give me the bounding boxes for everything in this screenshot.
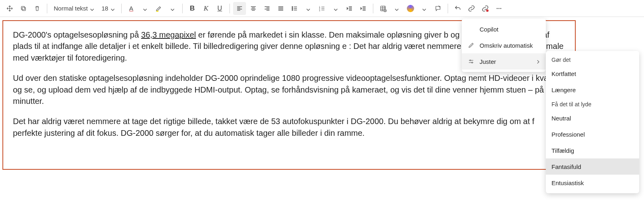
menu-label: Længere <box>551 87 576 93</box>
font-color-button[interactable]: A <box>125 2 138 15</box>
svg-point-13 <box>500 8 501 9</box>
chevron-down-icon <box>111 6 115 11</box>
copilot-menu-title[interactable]: Copilot <box>462 21 546 37</box>
unlink-button[interactable] <box>479 2 492 15</box>
adjust-item-entusiastisk[interactable]: Entusiastisk <box>546 175 639 191</box>
align-left-button[interactable] <box>233 2 246 15</box>
move-icon[interactable] <box>3 2 16 15</box>
adjust-item-fantasifuld[interactable]: Fantasifuld <box>546 158 639 175</box>
paragraph-2: Ud over den statiske optagelsesopløsning… <box>13 72 565 107</box>
menu-label: Professionel <box>551 131 585 138</box>
svg-point-15 <box>471 62 473 63</box>
menu-label: Tilfældig <box>551 147 574 154</box>
copilot-icon <box>407 5 414 12</box>
bold-button[interactable]: B <box>186 2 199 15</box>
svg-point-10 <box>486 9 488 12</box>
comment-button[interactable] <box>431 2 444 15</box>
text-run: DG-2000's optagelsesopløsning på <box>13 30 141 39</box>
more-button[interactable] <box>492 2 505 15</box>
svg-text:3: 3 <box>319 9 320 11</box>
bullet-list-dropdown[interactable] <box>302 2 315 15</box>
menu-label: Juster <box>480 58 531 65</box>
svg-point-2 <box>292 6 293 7</box>
svg-point-11 <box>497 8 498 9</box>
separator <box>448 4 448 13</box>
font-size-combo[interactable]: 18 <box>98 2 118 15</box>
svg-rect-0 <box>22 7 25 11</box>
menu-label: Kortfattet <box>551 70 576 77</box>
copy-icon[interactable] <box>17 2 30 15</box>
table-button[interactable] <box>377 2 389 15</box>
italic-button[interactable]: K <box>200 2 213 15</box>
separator <box>373 4 373 13</box>
bullet-list-button[interactable] <box>288 2 301 15</box>
numbered-list-button[interactable]: 123 <box>316 2 328 15</box>
menu-label: Entusiastisk <box>551 179 584 186</box>
adjust-item-laengere[interactable]: Længere <box>546 82 639 98</box>
paragraph-3: Det har aldrig været nemmere at tage det… <box>13 116 565 139</box>
submenu-section-label: Få det til at lyde <box>546 98 639 110</box>
separator <box>229 4 230 13</box>
copilot-menu: Copilot Omskriv automatisk Juster <box>462 19 546 72</box>
copilot-dropdown[interactable] <box>418 2 431 15</box>
pen-icon <box>467 42 475 49</box>
numbered-list-dropdown[interactable] <box>329 2 342 15</box>
separator <box>121 4 122 13</box>
link-button[interactable] <box>465 2 478 15</box>
undo-button[interactable] <box>451 2 464 15</box>
menu-label: Copilot <box>480 26 540 33</box>
highlight-dropdown[interactable] <box>166 2 179 15</box>
copilot-button[interactable] <box>404 2 417 15</box>
chevron-down-icon <box>90 6 94 11</box>
toolbar: Normal tekst 18 A B K U 123 <box>0 0 644 17</box>
delete-icon[interactable] <box>31 2 44 15</box>
adjust-item-neutral[interactable]: Neutral <box>546 110 639 126</box>
svg-rect-1 <box>21 6 25 9</box>
increase-indent-button[interactable] <box>357 2 370 15</box>
adjust-item-tilfaeldig[interactable]: Tilfældig <box>546 142 639 158</box>
svg-point-3 <box>292 8 293 8</box>
align-center-button[interactable] <box>247 2 260 15</box>
style-combo[interactable]: Normal tekst <box>51 2 97 15</box>
menu-label: Omskriv automatisk <box>480 42 540 49</box>
highlight-button[interactable] <box>152 2 165 15</box>
chevron-right-icon <box>536 58 540 65</box>
sliders-icon <box>467 58 475 65</box>
font-color-dropdown[interactable] <box>139 2 152 15</box>
decrease-indent-button[interactable] <box>343 2 356 15</box>
font-size: 18 <box>101 5 108 12</box>
submenu-section-label: Gør det <box>546 53 639 65</box>
style-name: Normal tekst <box>54 5 88 12</box>
separator <box>47 4 47 13</box>
adjust-submenu: Gør det Kortfattet Længere Få det til at… <box>546 51 639 193</box>
underlined-text: 36,3 megapixel <box>141 30 196 39</box>
svg-point-14 <box>470 60 471 61</box>
menu-label: Neutral <box>551 115 571 122</box>
adjust-item-professionel[interactable]: Professionel <box>546 126 639 142</box>
svg-point-12 <box>499 8 500 9</box>
copilot-adjust-item[interactable]: Juster <box>462 53 546 70</box>
menu-label: Fantasifuld <box>551 163 581 170</box>
separator <box>182 4 183 13</box>
table-dropdown[interactable] <box>390 2 403 15</box>
align-justify-button[interactable] <box>274 2 287 15</box>
svg-point-4 <box>292 9 293 10</box>
align-right-button[interactable] <box>261 2 274 15</box>
adjust-item-kortfattet[interactable]: Kortfattet <box>546 65 639 82</box>
copilot-rewrite-item[interactable]: Omskriv automatisk <box>462 37 546 53</box>
underline-button[interactable]: U <box>213 2 226 15</box>
